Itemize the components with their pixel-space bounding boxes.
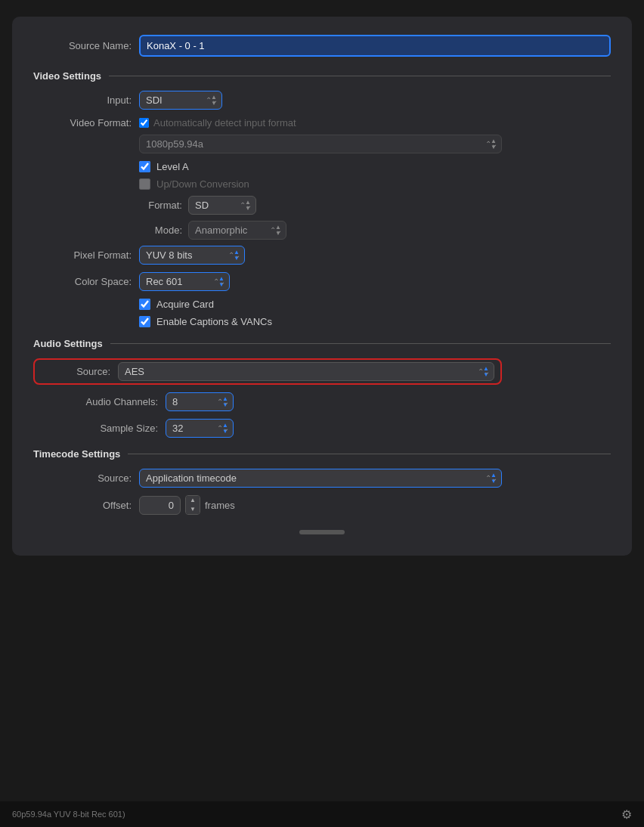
timecode-source-wrapper: Application timecode LTC VITC RP188 ▲ ▼ <box>139 469 502 488</box>
acquire-card-row: Acquire Card <box>139 299 611 310</box>
source-name-row: Source Name: <box>33 35 611 57</box>
level-a-row: Level A <box>139 161 611 172</box>
offset-controls: ▲ ▼ frames <box>139 495 235 515</box>
audio-channels-select[interactable]: 2 4 8 16 <box>166 392 234 411</box>
mode-select[interactable]: Anamorphic Square Pixel Letterbox Pillar… <box>188 221 286 240</box>
input-select-wrapper: SDI HDMI Analog ▲ ▼ <box>139 91 222 110</box>
pixel-format-label: Pixel Format: <box>33 249 139 261</box>
timecode-source-row: Source: Application timecode LTC VITC RP… <box>33 469 611 488</box>
input-label: Input: <box>33 94 139 106</box>
offset-stepper: ▲ ▼ <box>185 495 200 515</box>
timecode-settings-title: Timecode Settings <box>33 448 120 460</box>
panel-bottom-bar <box>33 530 611 534</box>
video-format-label: Video Format: <box>33 117 139 129</box>
audio-source-row: Source: AES Embedded Analog ▲ ▼ <box>33 358 611 385</box>
mode-label: Mode: <box>139 225 188 236</box>
source-name-input[interactable] <box>139 35 611 57</box>
timecode-source-label: Source: <box>33 472 139 484</box>
offset-row: Offset: ▲ ▼ frames <box>33 495 611 515</box>
format-select-wrapper: SD HD 2K 4K ▲ ▼ <box>188 196 256 215</box>
audio-settings-divider <box>110 343 611 344</box>
sample-size-row: Sample Size: 16 24 32 ▲ ▼ <box>33 419 611 438</box>
color-space-label: Color Space: <box>33 276 139 287</box>
timecode-settings-header: Timecode Settings <box>33 448 611 460</box>
up-down-row: Up/Down Conversion <box>139 178 611 190</box>
format-row: Format: SD HD 2K 4K ▲ ▼ <box>139 196 611 215</box>
audio-channels-row: Audio Channels: 2 4 8 16 ▲ ▼ <box>33 392 611 411</box>
up-down-label: Up/Down Conversion <box>156 178 249 190</box>
settings-panel: Source Name: Video Settings Input: SDI H… <box>12 17 632 556</box>
offset-label: Offset: <box>33 500 139 511</box>
up-down-checkbox[interactable] <box>139 178 150 190</box>
offset-down-button[interactable]: ▼ <box>186 505 200 514</box>
color-space-wrapper: Rec 601 Rec 709 Rec 2020 ▲ ▼ <box>139 272 230 291</box>
video-settings-header: Video Settings <box>33 70 611 82</box>
audio-source-select[interactable]: AES Embedded Analog <box>118 362 494 381</box>
timecode-settings-divider <box>128 454 611 454</box>
pixel-format-wrapper: YUV 8 bits YUV 10 bits ARGB BGRA ▲ ▼ <box>139 246 245 265</box>
sample-size-wrapper: 16 24 32 ▲ ▼ <box>166 419 234 438</box>
format-select[interactable]: SD HD 2K 4K <box>188 196 256 215</box>
offset-up-button[interactable]: ▲ <box>186 496 200 505</box>
auto-detect-row: Automatically detect input format <box>139 117 296 129</box>
input-select[interactable]: SDI HDMI Analog <box>139 91 222 110</box>
auto-detect-label: Automatically detect input format <box>153 117 296 129</box>
frames-label: frames <box>205 500 235 511</box>
sample-size-label: Sample Size: <box>33 423 166 434</box>
pixel-format-select[interactable]: YUV 8 bits YUV 10 bits ARGB BGRA <box>139 246 245 265</box>
panel-handle <box>299 530 345 534</box>
timecode-source-select[interactable]: Application timecode LTC VITC RP188 <box>139 469 502 488</box>
video-format-row: Video Format: Automatically detect input… <box>33 117 611 129</box>
video-settings-title: Video Settings <box>33 70 101 82</box>
sample-size-select[interactable]: 16 24 32 <box>166 419 234 438</box>
level-a-checkbox[interactable] <box>139 161 150 172</box>
auto-detect-checkbox[interactable] <box>139 118 149 128</box>
level-a-label: Level A <box>156 161 189 172</box>
format-1080-wrapper: 1080p59.94a 1080p29.97 720p59.94 ▲ ▼ <box>139 135 502 153</box>
format-1080-row: 1080p59.94a 1080p29.97 720p59.94 ▲ ▼ <box>33 135 611 153</box>
source-name-label: Source Name: <box>33 40 139 51</box>
color-space-row: Color Space: Rec 601 Rec 709 Rec 2020 ▲ … <box>33 272 611 291</box>
mode-select-wrapper: Anamorphic Square Pixel Letterbox Pillar… <box>188 221 286 240</box>
enable-captions-checkbox[interactable] <box>139 316 150 327</box>
enable-captions-row: Enable Captions & VANCs <box>139 316 611 327</box>
format-1080-select[interactable]: 1080p59.94a 1080p29.97 720p59.94 <box>139 135 502 153</box>
status-text: 60p59.94a YUV 8-bit Rec 601) <box>12 810 125 819</box>
audio-source-wrapper: AES Embedded Analog ▲ ▼ <box>118 362 494 381</box>
offset-input[interactable] <box>139 496 181 515</box>
format-label: Format: <box>139 200 188 211</box>
video-settings-divider <box>109 76 611 76</box>
audio-channels-label: Audio Channels: <box>33 396 166 407</box>
audio-settings-header: Audio Settings <box>33 338 611 349</box>
acquire-card-checkbox[interactable] <box>139 299 150 310</box>
audio-channels-wrapper: 2 4 8 16 ▲ ▼ <box>166 392 234 411</box>
pixel-format-row: Pixel Format: YUV 8 bits YUV 10 bits ARG… <box>33 246 611 265</box>
mode-row: Mode: Anamorphic Square Pixel Letterbox … <box>139 221 611 240</box>
status-bar: 60p59.94a YUV 8-bit Rec 601) ⚙ <box>0 801 644 827</box>
enable-captions-label: Enable Captions & VANCs <box>156 316 272 327</box>
audio-settings-title: Audio Settings <box>33 338 103 349</box>
color-space-select[interactable]: Rec 601 Rec 709 Rec 2020 <box>139 272 230 291</box>
input-row: Input: SDI HDMI Analog ▲ ▼ <box>33 91 611 110</box>
acquire-card-label: Acquire Card <box>156 299 214 310</box>
gear-icon[interactable]: ⚙ <box>621 807 632 822</box>
audio-source-label: Source: <box>35 366 118 377</box>
